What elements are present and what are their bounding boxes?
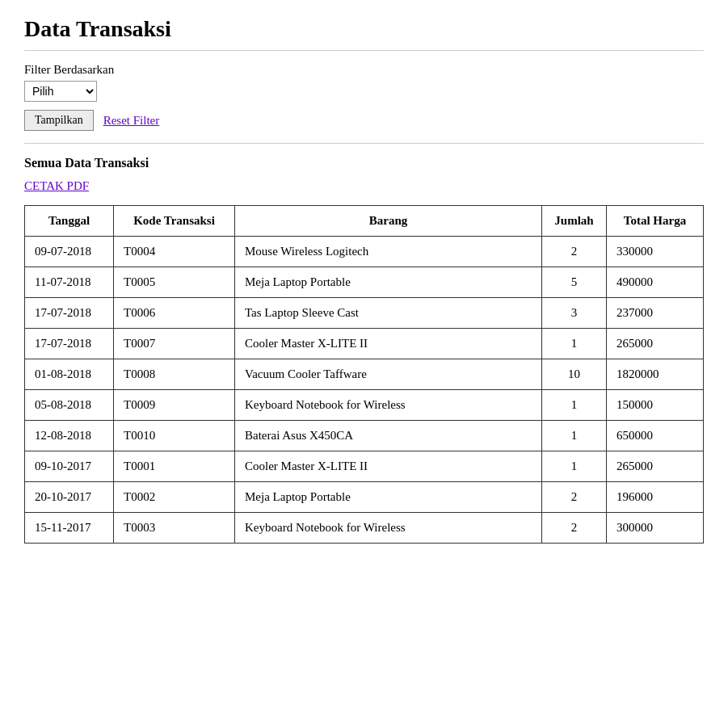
cell-barang: Cooler Master X-LITE II [235, 451, 542, 482]
cell-barang: Keyboard Notebook for Wireless [235, 390, 542, 421]
section-title: Semua Data Transaksi [24, 156, 704, 170]
cell-tanggal: 09-07-2018 [25, 237, 114, 267]
cell-total: 1820000 [607, 359, 704, 390]
cell-kode: T0008 [114, 359, 235, 390]
cell-total: 196000 [607, 482, 704, 513]
filter-section: Filter Berdasarkan PilihTanggalBarangKod… [24, 63, 704, 131]
cell-jumlah: 1 [542, 421, 607, 451]
cell-tanggal: 01-08-2018 [25, 359, 114, 390]
col-header-tanggal: Tanggal [25, 206, 114, 237]
cell-barang: Keyboard Notebook for Wireless [235, 513, 542, 544]
cell-jumlah: 2 [542, 482, 607, 513]
cell-tanggal: 09-10-2017 [25, 451, 114, 482]
cell-total: 150000 [607, 390, 704, 421]
cell-barang: Baterai Asus X450CA [235, 421, 542, 451]
table-row: 20-10-2017T0002Meja Laptop Portable21960… [25, 482, 704, 513]
cell-tanggal: 15-11-2017 [25, 513, 114, 544]
table-row: 01-08-2018T0008Vacuum Cooler Taffware101… [25, 359, 704, 390]
cell-jumlah: 5 [542, 267, 607, 298]
cell-kode: T0004 [114, 237, 235, 267]
col-header-jumlah: Jumlah [542, 206, 607, 237]
cell-barang: Tas Laptop Sleeve Cast [235, 298, 542, 329]
cell-tanggal: 11-07-2018 [25, 267, 114, 298]
cell-tanggal: 20-10-2017 [25, 482, 114, 513]
cell-barang: Mouse Wireless Logitech [235, 237, 542, 267]
table-row: 17-07-2018T0006Tas Laptop Sleeve Cast323… [25, 298, 704, 329]
cell-barang: Meja Laptop Portable [235, 482, 542, 513]
cell-jumlah: 3 [542, 298, 607, 329]
table-row: 12-08-2018T0010Baterai Asus X450CA165000… [25, 421, 704, 451]
cell-barang: Vacuum Cooler Taffware [235, 359, 542, 390]
cell-kode: T0001 [114, 451, 235, 482]
cell-kode: T0009 [114, 390, 235, 421]
cetak-pdf-link[interactable]: CETAK PDF [24, 179, 89, 193]
cell-barang: Meja Laptop Portable [235, 267, 542, 298]
cell-kode: T0003 [114, 513, 235, 544]
cell-kode: T0002 [114, 482, 235, 513]
cell-tanggal: 17-07-2018 [25, 298, 114, 329]
table-row: 09-07-2018T0004Mouse Wireless Logitech23… [25, 237, 704, 267]
table-header-row: Tanggal Kode Transaksi Barang Jumlah Tot… [25, 206, 704, 237]
cell-jumlah: 2 [542, 513, 607, 544]
col-header-barang: Barang [235, 206, 542, 237]
cell-tanggal: 12-08-2018 [25, 421, 114, 451]
table-row: 05-08-2018T0009Keyboard Notebook for Wir… [25, 390, 704, 421]
page-title: Data Transaksi [24, 16, 704, 42]
filter-label: Filter Berdasarkan [24, 63, 704, 77]
cell-jumlah: 1 [542, 390, 607, 421]
cell-kode: T0005 [114, 267, 235, 298]
cell-tanggal: 17-07-2018 [25, 329, 114, 359]
cell-jumlah: 2 [542, 237, 607, 267]
cell-total: 300000 [607, 513, 704, 544]
cell-total: 237000 [607, 298, 704, 329]
transactions-table: Tanggal Kode Transaksi Barang Jumlah Tot… [24, 205, 704, 544]
cell-jumlah: 10 [542, 359, 607, 390]
table-row: 17-07-2018T0007Cooler Master X-LITE II12… [25, 329, 704, 359]
cell-total: 330000 [607, 237, 704, 267]
cell-kode: T0006 [114, 298, 235, 329]
cell-kode: T0007 [114, 329, 235, 359]
cell-jumlah: 1 [542, 329, 607, 359]
cell-total: 650000 [607, 421, 704, 451]
cell-barang: Cooler Master X-LITE II [235, 329, 542, 359]
tampilkan-button[interactable]: Tampilkan [24, 110, 94, 131]
table-row: 15-11-2017T0003Keyboard Notebook for Wir… [25, 513, 704, 544]
cell-total: 265000 [607, 451, 704, 482]
reset-filter-link[interactable]: Reset Filter [103, 114, 160, 128]
cell-jumlah: 1 [542, 451, 607, 482]
cell-kode: T0010 [114, 421, 235, 451]
cell-total: 490000 [607, 267, 704, 298]
col-header-kode: Kode Transaksi [114, 206, 235, 237]
cell-tanggal: 05-08-2018 [25, 390, 114, 421]
table-row: 09-10-2017T0001Cooler Master X-LITE II12… [25, 451, 704, 482]
table-row: 11-07-2018T0005Meja Laptop Portable54900… [25, 267, 704, 298]
cell-total: 265000 [607, 329, 704, 359]
col-header-total: Total Harga [607, 206, 704, 237]
filter-select[interactable]: PilihTanggalBarangKode Transaksi [24, 81, 97, 102]
